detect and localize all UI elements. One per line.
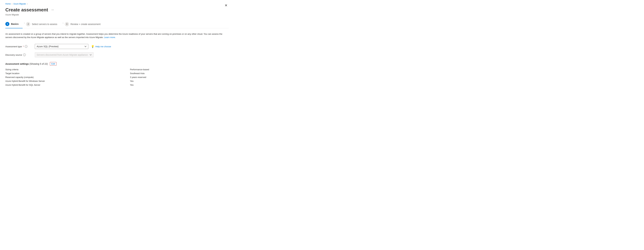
step-circle-3: 3 <box>65 22 69 26</box>
setting-label-3: Azure Hybrid Benefit for Windows Server <box>5 80 124 82</box>
step-circle-2: 2 <box>26 22 30 26</box>
learn-more-link[interactable]: Learn more. <box>104 36 116 39</box>
step-label-1: Basics <box>11 23 18 25</box>
assessment-settings-section: Assessment settings (Showing 5 of 22) Ed… <box>5 62 229 86</box>
setting-value-0: Performance-based <box>130 68 229 71</box>
more-options-button[interactable]: ··· <box>50 7 55 12</box>
setting-value-1: Southeast Asia <box>130 72 229 75</box>
step-label-2: Select servers to assess <box>32 23 57 26</box>
breadcrumb-home[interactable]: Home <box>5 3 11 5</box>
edit-button[interactable]: Edit <box>50 62 56 66</box>
setting-value-2: 3 years reserved <box>130 76 229 78</box>
close-button[interactable]: ✕ <box>223 3 229 8</box>
setting-label-2: Reserved capacity (compute) <box>5 76 124 78</box>
settings-grid: Sizing criteria Performance-based Target… <box>5 68 229 86</box>
setting-label-0: Sizing criteria <box>5 68 124 71</box>
breadcrumb-separator-1: › <box>12 3 12 5</box>
page-title-row: Create assessment ··· <box>5 7 55 13</box>
setting-value-4: Yes <box>130 84 229 86</box>
help-me-choose-link[interactable]: 💡 Help me choose <box>91 45 111 48</box>
page-title: Create assessment <box>5 7 48 13</box>
step-circle-1: 1 <box>5 22 9 26</box>
setting-label-4: Azure Hybrid Benefit for SQL Server <box>5 84 124 86</box>
form-section: Assessment type * i Azure SQL (Preview) … <box>5 44 229 57</box>
breadcrumb-separator-2: › <box>27 3 28 5</box>
breadcrumb-azure-migrate[interactable]: Azure Migrate <box>14 3 26 5</box>
setting-value-3: Yes <box>130 80 229 82</box>
assessment-settings-title: Assessment settings (Showing 5 of 22) <box>5 63 48 65</box>
step-divider-2: › <box>62 22 64 25</box>
assessment-type-info-icon[interactable]: i <box>25 45 28 48</box>
step-label-3: Review + create assessment <box>70 23 100 26</box>
setting-label-1: Target location <box>5 72 124 75</box>
assessment-type-label: Assessment type * i <box>5 45 32 48</box>
description-text: An assessment is created on a group of s… <box>5 32 223 39</box>
wizard-step-1[interactable]: 1 Basics <box>5 20 22 28</box>
page-container: Home › Azure Migrate › Create assessment… <box>0 0 234 91</box>
page-header: Create assessment ··· ✕ <box>5 7 229 13</box>
assessment-type-dropdown[interactable]: Azure SQL (Preview) Azure VM Azure VMwar… <box>35 44 88 49</box>
assessment-type-row: Assessment type * i Azure SQL (Preview) … <box>5 44 229 49</box>
discovery-source-info-icon[interactable]: i <box>23 54 26 56</box>
assessment-settings-header: Assessment settings (Showing 5 of 22) Ed… <box>5 62 229 66</box>
wizard-step-3[interactable]: 3 Review + create assessment <box>65 20 104 28</box>
step-divider-1: › <box>24 22 25 25</box>
discovery-source-label: Discovery source i <box>5 54 32 56</box>
discovery-source-dropdown[interactable]: Servers discovered from Azure Migrate ap… <box>35 52 94 57</box>
breadcrumb: Home › Azure Migrate › <box>5 3 229 5</box>
lightbulb-icon: 💡 <box>91 45 94 48</box>
wizard-steps: 1 Basics › 2 Select servers to assess › … <box>5 20 229 28</box>
page-subtitle: Azure Migrate <box>5 14 229 16</box>
wizard-step-2[interactable]: 2 Select servers to assess <box>26 20 61 28</box>
discovery-source-row: Discovery source i Servers discovered fr… <box>5 52 229 57</box>
